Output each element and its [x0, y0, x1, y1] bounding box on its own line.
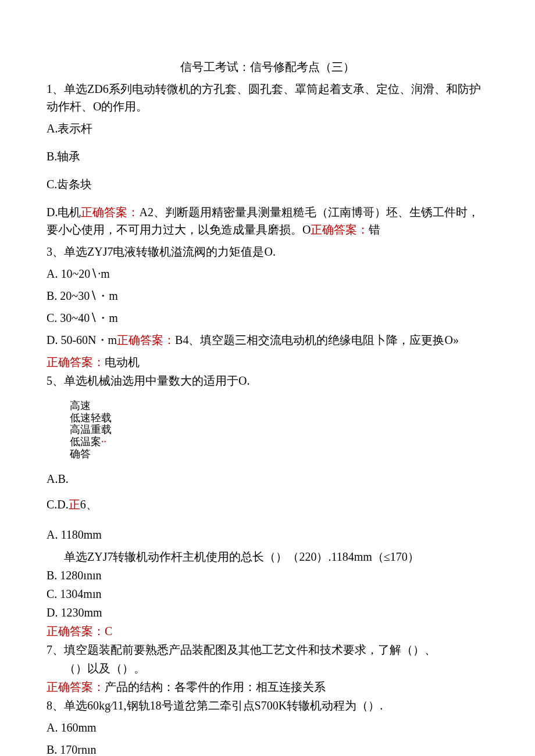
q6-option-c: C. 1304mın — [47, 585, 488, 603]
q7-answer-line: 正确答案：产品的结构：各零件的作用：相互连接关系 — [47, 678, 488, 696]
q5-option-block: 高速 低速轻载 高温重载 低温案·· 确答 — [70, 400, 488, 460]
q7-stem-l1: 7、填空题装配前要熟悉产品装配图及其他工艺文件和技术要求，了解（）、 — [47, 641, 488, 658]
q1-answer-label: 正确答案： — [81, 206, 139, 218]
q8-stem: 8、单选60kg⁄11,钢轨18号道岔第二牵引点S700K转辙机动程为（）. — [47, 697, 488, 714]
q5-block-l4: 低温案·· — [70, 436, 488, 448]
q7-answer-value: 产品的结构：各零件的作用：相互连接关系 — [105, 680, 326, 693]
q1-option-d-prefix: D.电机 — [47, 206, 81, 218]
q5-block-l3-text: 高温重载 — [70, 424, 112, 435]
q5-block-l1: 高速 — [70, 400, 488, 412]
page-title: 信号工考试：信号修配考点（三） — [47, 58, 488, 76]
q6-answer: 正确答案：C — [47, 622, 488, 640]
q4-answer-value: 电动机 — [105, 356, 140, 368]
q6-option-d: D. 1230mm — [47, 604, 488, 621]
q3-option-a: A. 10~20∖·m — [47, 265, 488, 282]
q5-cd-line: C.D.正6、 — [47, 496, 488, 513]
q5-ab-line: A.B. — [47, 470, 488, 488]
q5-stem: 5、单选机械油选用中量数大的适用于O. — [47, 372, 488, 389]
q8-option-b: B. 170rnın — [47, 741, 488, 756]
q1-stem: 1、单选ZD6系列电动转微机的方孔套、圆孔套、罩筒起着支承、定位、润滑、和防护动… — [47, 80, 488, 115]
q6-option-a: A. 1180mm — [47, 526, 488, 543]
q1-option-a: A.表示杆 — [47, 120, 488, 137]
q2-answer-label: 正确答案： — [311, 223, 369, 236]
q3-answer-label: 正确答案： — [117, 334, 175, 346]
q1-option-c: C.齿条块 — [47, 175, 488, 193]
q5-cd-red: 正 — [69, 498, 80, 511]
q5-block-l2-text: 低速轻载 — [70, 412, 112, 424]
q7-answer-label: 正确答案： — [47, 680, 105, 693]
q2-answer-value: 错 — [369, 223, 380, 236]
q1-option-d-line: D.电机正确答案：A2、判断题用精密量具测量粗糙毛（江南博哥）坯、生锈工件时，要… — [47, 203, 488, 238]
q5-block-l4-text: 低温案 — [70, 436, 101, 447]
q5-block-l2: 低速轻载 — [70, 412, 488, 424]
q7-stem-l2: （）以及（）。 — [47, 660, 488, 677]
q3-answer-rest: B4、填空题三相交流电动机的绝缘电阻卜降，应更换O» — [175, 334, 459, 346]
q5-block-l5: 确答 — [70, 448, 488, 460]
q4-answer-label: 正确答案： — [47, 356, 105, 368]
q8-option-a: A. 160mm — [47, 719, 488, 736]
q5-block-l3: 高温重载 — [70, 424, 488, 436]
q3-option-b: B. 20~30∖・m — [47, 287, 488, 304]
q6-stem: 单选ZYJ7转辙机动作杆主机使用的总长（）（220）.1184mm（≤170） — [47, 548, 488, 565]
q4-answer-line: 正确答案：电动机 — [47, 353, 488, 371]
q5-block-dots: ·· — [101, 436, 106, 447]
q1-option-b: B.轴承 — [47, 148, 488, 165]
q6-option-b: B. 1280ının — [47, 567, 488, 584]
q3-option-d-prefix: D. 50-60N・m — [47, 334, 117, 346]
q3-stem: 3、单选ZYJ7电液转辙机溢流阀的力矩值是O. — [47, 243, 488, 260]
q3-option-c: C. 30~40∖・m — [47, 309, 488, 327]
q5-cd-prefix: C.D. — [47, 498, 69, 511]
q5-cd-rest: 6、 — [80, 498, 98, 511]
q3-option-d-line: D. 50-60N・m正确答案：B4、填空题三相交流电动机的绝缘电阻卜降，应更换… — [47, 331, 488, 349]
